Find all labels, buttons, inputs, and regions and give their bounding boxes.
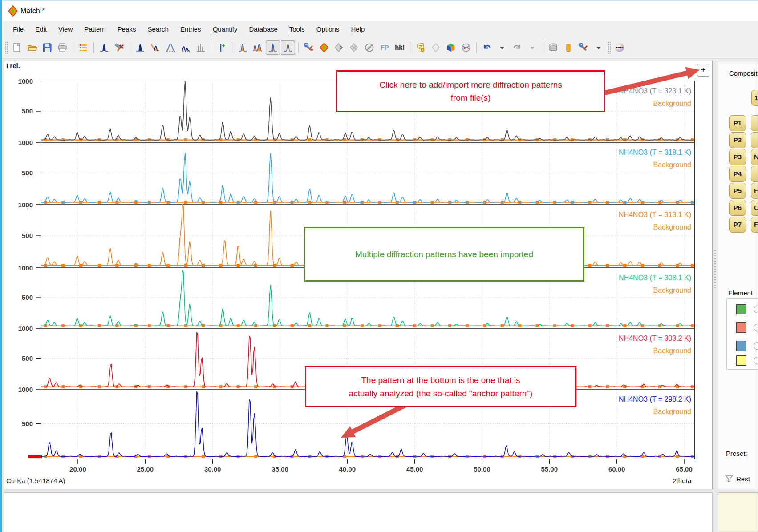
phase-button-p2[interactable]: P2 bbox=[729, 132, 746, 148]
svg-text:500: 500 bbox=[22, 107, 33, 115]
element-color-swatch-4[interactable] bbox=[736, 355, 746, 366]
phase-button-p7[interactable]: P7 bbox=[729, 217, 746, 233]
dropdown-caret-icon[interactable] bbox=[495, 40, 509, 55]
column-icon[interactable] bbox=[561, 40, 576, 55]
svg-text:55.00: 55.00 bbox=[541, 465, 558, 473]
element-radio-3[interactable] bbox=[754, 342, 758, 350]
delete-entry-icon[interactable] bbox=[347, 40, 361, 55]
element-radio-4[interactable] bbox=[754, 357, 758, 364]
add-pattern-button[interactable]: + bbox=[697, 64, 709, 77]
phase-button-p1[interactable]: P1 bbox=[729, 115, 746, 131]
report-icon[interactable] bbox=[413, 40, 428, 55]
element-color-swatch-2[interactable] bbox=[736, 322, 746, 333]
phase-formula-button-7[interactable]: F bbox=[751, 217, 758, 233]
toolbar-separator bbox=[232, 42, 232, 53]
peak-list-icon[interactable] bbox=[76, 40, 90, 55]
hkl-icon-label: hkl bbox=[395, 44, 405, 51]
menu-item-edit[interactable]: Edit bbox=[30, 24, 52, 35]
phase-formula-button-3[interactable]: N bbox=[751, 149, 758, 165]
hkl-icon[interactable]: hkl bbox=[393, 40, 407, 55]
pattern-overlay-icon[interactable] bbox=[251, 40, 265, 55]
menu-item-database[interactable]: Database bbox=[244, 24, 283, 35]
splitter-handle[interactable] bbox=[714, 249, 717, 289]
dropdown-caret-disabled-icon[interactable] bbox=[525, 40, 539, 55]
pattern-fit-icon[interactable] bbox=[266, 40, 280, 55]
toolbar-separator bbox=[93, 42, 94, 53]
add-peak-icon[interactable] bbox=[215, 40, 229, 55]
dropdown-caret-icon[interactable] bbox=[592, 40, 606, 55]
toolbar-separator bbox=[476, 42, 477, 53]
search-tools-icon[interactable] bbox=[302, 40, 316, 55]
phase-button-p3[interactable]: P3 bbox=[729, 149, 746, 165]
unit-cell-icon[interactable] bbox=[444, 40, 458, 55]
composition-panel-title: Composition bbox=[729, 69, 758, 77]
phase-formula-button-5[interactable]: F bbox=[751, 183, 758, 199]
restraints-filter-label[interactable]: Rest bbox=[736, 475, 750, 483]
open-file-icon[interactable] bbox=[25, 40, 39, 55]
svg-text:NH4NO3 (T = 323.1 K): NH4NO3 (T = 323.1 K) bbox=[619, 87, 691, 95]
toolbar: FPhkl bbox=[2, 36, 758, 59]
phase-button-p6[interactable]: P6 bbox=[729, 200, 746, 216]
phase-formula-button-1[interactable] bbox=[751, 115, 758, 131]
candidate-ghost-icon[interactable] bbox=[429, 40, 443, 55]
save-icon[interactable] bbox=[40, 40, 54, 55]
database-icon[interactable] bbox=[546, 40, 560, 55]
phase-formula-button-2[interactable] bbox=[751, 132, 758, 148]
svg-text:1000: 1000 bbox=[18, 325, 33, 332]
window-title: Match!* bbox=[20, 7, 45, 15]
element-color-swatch-3[interactable] bbox=[736, 341, 746, 351]
menu-item-help[interactable]: Help bbox=[346, 24, 369, 35]
svg-text:NH4NO3 (T = 308.1 K): NH4NO3 (T = 308.1 K) bbox=[619, 274, 691, 282]
crystal-structure-icon[interactable] bbox=[459, 40, 473, 55]
bottom-right-panel bbox=[718, 492, 758, 532]
menu-item-view[interactable]: View bbox=[53, 24, 77, 35]
menu-item-options[interactable]: Options bbox=[312, 24, 345, 35]
undo-icon[interactable] bbox=[480, 40, 494, 55]
next-entry-icon[interactable] bbox=[332, 40, 346, 55]
svg-text:NH4NO3 (T = 313.1 K): NH4NO3 (T = 313.1 K) bbox=[619, 211, 691, 218]
toolbar-separator bbox=[73, 42, 73, 53]
element-radio-2[interactable] bbox=[754, 324, 758, 331]
fp-icon[interactable]: FP bbox=[377, 40, 392, 55]
print-icon[interactable] bbox=[55, 40, 69, 55]
restraints-off-icon[interactable] bbox=[362, 40, 377, 55]
pattern-fit2-icon[interactable] bbox=[281, 40, 295, 55]
new-document-icon[interactable] bbox=[10, 40, 24, 55]
toolbar-grip[interactable] bbox=[608, 41, 611, 54]
menu-item-file[interactable]: File bbox=[8, 24, 28, 35]
element-color-swatch-1[interactable] bbox=[736, 304, 746, 314]
menu-item-quantify[interactable]: Quantify bbox=[208, 24, 243, 35]
menu-item-tools[interactable]: Tools bbox=[284, 24, 310, 35]
smooth-curve-icon[interactable] bbox=[163, 40, 178, 55]
single-peak-icon[interactable] bbox=[97, 40, 111, 55]
toolbar-grip[interactable] bbox=[5, 41, 8, 54]
menu-item-pattern[interactable]: Pattern bbox=[79, 24, 110, 35]
raw-bars-icon[interactable] bbox=[194, 40, 208, 55]
phase-formula-button-4[interactable] bbox=[751, 166, 758, 182]
pattern-solid-icon[interactable] bbox=[235, 40, 250, 55]
svg-text:35.00: 35.00 bbox=[272, 465, 288, 473]
edit-peaks-icon[interactable] bbox=[112, 40, 126, 55]
composition-top-button[interactable]: 1 bbox=[751, 90, 758, 106]
svg-text:25.00: 25.00 bbox=[137, 465, 154, 473]
element-section-label: Element bbox=[728, 289, 753, 297]
phase-button-p5[interactable]: P5 bbox=[729, 183, 746, 199]
redo-disabled-icon[interactable] bbox=[510, 40, 524, 55]
element-radio-1[interactable] bbox=[754, 306, 758, 313]
strip-ka2-icon[interactable] bbox=[178, 40, 193, 55]
menu-item-entries[interactable]: Entries bbox=[175, 24, 206, 35]
toolbar-separator bbox=[410, 42, 410, 53]
menu-item-search[interactable]: Search bbox=[142, 24, 174, 35]
vertical-splitter-line bbox=[717, 61, 717, 489]
color-wheel-icon[interactable] bbox=[612, 40, 627, 55]
svg-text:1000: 1000 bbox=[18, 77, 33, 85]
match-diamond-icon[interactable] bbox=[317, 40, 331, 55]
subtract-background-icon[interactable] bbox=[148, 40, 162, 55]
phase-formula-button-6[interactable]: C bbox=[751, 200, 758, 216]
peak-baseline-icon[interactable] bbox=[133, 40, 147, 55]
menu-item-peaks[interactable]: Peaks bbox=[113, 24, 141, 35]
svg-text:500: 500 bbox=[22, 355, 33, 362]
svg-text:1000: 1000 bbox=[18, 139, 33, 146]
settings-tools-icon[interactable] bbox=[576, 40, 591, 55]
phase-button-p4[interactable]: P4 bbox=[729, 166, 746, 182]
